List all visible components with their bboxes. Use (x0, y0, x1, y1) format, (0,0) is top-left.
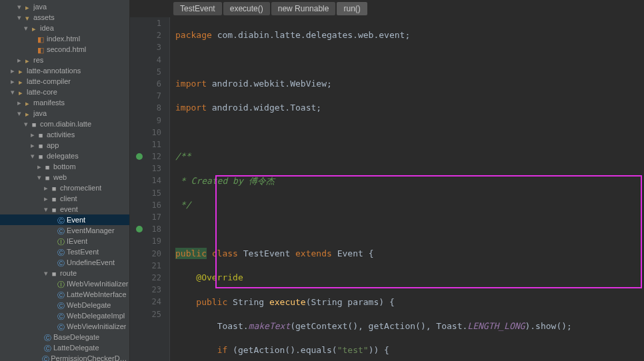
tree-twisty-icon[interactable]: ▾ (36, 172, 43, 182)
tree-item[interactable]: ⒸLatteDelegate (0, 342, 129, 353)
ret-type: String (233, 297, 264, 307)
crumb-run[interactable]: run() (337, 2, 367, 15)
tree-item[interactable]: ⒾIEvent (0, 236, 129, 246)
crumb-method[interactable]: execute() (223, 2, 270, 15)
code-text: (getContext(), getAction(), Toast. (290, 321, 467, 331)
kw-extends: extends (295, 248, 332, 258)
pkg-icon: ■ (43, 173, 52, 182)
tree-twisty-icon[interactable]: ▸ (9, 65, 16, 76)
tree-item[interactable]: ▾▾assets (0, 12, 129, 23)
tree-twisty-icon[interactable]: ▾ (43, 204, 49, 214)
tree-label: BaseDelegate (53, 332, 99, 342)
tree-item[interactable]: ⒸTestEvent (0, 246, 129, 257)
override-marker[interactable] (136, 226, 143, 232)
tree-item[interactable]: ▸■bottom (0, 161, 129, 172)
tree-item[interactable]: ▸■chromeclient (0, 182, 129, 193)
tree-item[interactable]: ▸■app (0, 140, 129, 151)
tree-item[interactable]: ⒸWebDelegateImpl (0, 310, 129, 321)
tree-label: LatteWebInterface (67, 289, 127, 300)
gutter[interactable]: 1234567891011121314151617181920212223242… (130, 17, 170, 361)
tree-item[interactable]: ⒸEvent (0, 214, 129, 225)
tree-item[interactable]: ⒸBaseDelegate (0, 332, 129, 342)
tree-label: event (60, 204, 78, 214)
code-text: (getAction().equals( (227, 345, 337, 355)
tree-item[interactable]: ▸▸latte-compiler (0, 76, 129, 87)
tree-item[interactable]: ⒸWebDelegate (0, 300, 129, 310)
tree-item[interactable]: ▸■client (0, 193, 129, 204)
class-icon: Ⓒ (56, 226, 65, 235)
code-content[interactable]: package com.diabin.latte.delegates.web.e… (170, 17, 644, 361)
tree-item[interactable]: ◧index.html (0, 33, 129, 44)
tree-item[interactable]: ▸▸manifests (0, 97, 129, 108)
tree-label: bottom (53, 161, 76, 172)
code-text: ).show(); (525, 321, 571, 331)
class-icon: Ⓒ (56, 215, 65, 224)
tree-twisty-icon[interactable]: ▾ (29, 151, 36, 161)
tree-twisty-icon[interactable]: ▾ (16, 12, 23, 23)
tree-twisty-icon[interactable]: ▸ (43, 193, 49, 204)
tree-twisty-icon[interactable]: ▾ (23, 23, 29, 33)
crumb-anon[interactable]: new Runnable (271, 2, 336, 15)
iface-icon: Ⓘ (56, 236, 65, 246)
tree-label: web (53, 172, 67, 182)
tree-item[interactable]: ⒸLatteWebInterface (0, 289, 129, 300)
tree-twisty-icon[interactable]: ▸ (43, 182, 49, 193)
class-icon: Ⓒ (56, 300, 65, 310)
project-tree-panel[interactable]: ▾▸java▾▾assets▾▸idea◧index.html◧second.h… (0, 0, 130, 361)
tree-item[interactable]: ▾■com.diabin.latte (0, 119, 129, 129)
brace: { (369, 248, 374, 258)
class-icon: Ⓒ (41, 354, 49, 361)
editor-panel: TestEvent execute() new Runnable run() 1… (130, 0, 644, 361)
pkg-icon: ■ (49, 268, 59, 278)
tree-item[interactable]: ▾▸idea (0, 23, 129, 33)
tree-twisty-icon[interactable]: ▸ (36, 161, 43, 172)
tree-item[interactable]: ⒸPermissionCheckerDelegate (0, 353, 129, 361)
tree-item[interactable]: ⒾIWebViewInitializer (0, 278, 129, 289)
tree-label: manifests (33, 97, 65, 108)
tree-label: EventManager (67, 225, 115, 236)
tree-twisty-icon[interactable]: ▾ (16, 108, 23, 119)
tree-twisty-icon[interactable]: ▾ (43, 268, 49, 278)
tree-twisty-icon[interactable]: ▸ (9, 76, 16, 87)
tree-item[interactable]: ▾▸java (0, 1, 129, 12)
class-icon: Ⓒ (43, 343, 52, 352)
folder-icon: ▸ (16, 87, 25, 97)
pkg-path: com.diabin.latte.delegates.web.event; (217, 30, 411, 40)
tree-item[interactable]: ⒸUndefineEvent (0, 257, 129, 268)
tree-twisty-icon[interactable]: ▸ (16, 55, 23, 65)
code-text: Toast. (217, 321, 249, 331)
tree-twisty-icon[interactable]: ▸ (29, 129, 36, 140)
tree-item[interactable]: ▸▸latte-annotations (0, 65, 129, 76)
class-icon: Ⓒ (56, 290, 65, 299)
tree-item[interactable]: ▾■web (0, 172, 129, 182)
tree-twisty-icon[interactable]: ▾ (23, 119, 29, 129)
tree-item[interactable]: ⒸWebViewInitializer (0, 321, 129, 332)
folder-icon: ▸ (23, 55, 32, 65)
tree-item[interactable]: ▾■route (0, 268, 129, 278)
tree-item[interactable]: ▸■activities (0, 129, 129, 140)
crumb-class[interactable]: TestEvent (173, 2, 222, 15)
import-path: android.webkit.WebView; (212, 79, 332, 89)
tree-item[interactable]: ▾▸java (0, 108, 129, 119)
tree-item[interactable]: ▾■event (0, 204, 129, 214)
tree-item[interactable]: ▾▸latte-core (0, 87, 129, 97)
pkg-icon: ■ (49, 194, 59, 203)
kw-class: class (212, 248, 238, 258)
tree-item[interactable]: ◧second.html (0, 44, 129, 55)
tree-twisty-icon[interactable]: ▾ (9, 87, 16, 97)
class-name: TestEvent (243, 248, 290, 258)
constant: LENGTH_LONG (467, 321, 525, 331)
tree-label: assets (33, 12, 55, 23)
tree-item[interactable]: ▾■delegates (0, 151, 129, 161)
pkg-icon: ■ (49, 204, 59, 214)
tree-twisty-icon[interactable]: ▸ (16, 97, 23, 108)
tree-twisty-icon[interactable]: ▾ (16, 1, 23, 12)
pkg-icon: ■ (36, 141, 45, 150)
override-marker[interactable] (136, 153, 143, 160)
pkg-icon: ■ (29, 119, 39, 129)
code-area[interactable]: 1234567891011121314151617181920212223242… (130, 17, 644, 361)
tree-twisty-icon[interactable]: ▸ (29, 140, 36, 151)
breadcrumb[interactable]: TestEvent execute() new Runnable run() (130, 0, 644, 17)
tree-item[interactable]: ⒸEventManager (0, 225, 129, 236)
tree-item[interactable]: ▸▸res (0, 55, 129, 65)
